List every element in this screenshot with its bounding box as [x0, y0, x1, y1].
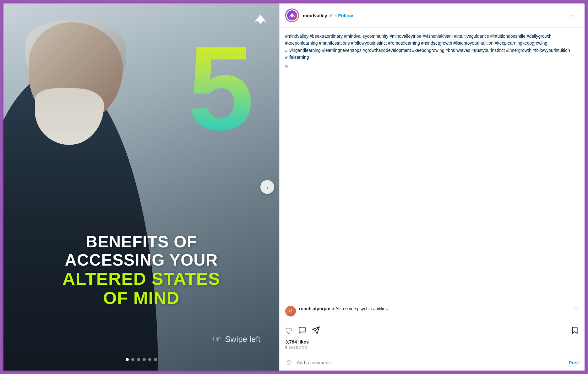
avatar — [285, 8, 299, 22]
dot-5[interactable] — [148, 358, 151, 361]
comment-like-icon[interactable]: ♡ — [574, 306, 579, 313]
emoji-button[interactable]: ☺ — [285, 358, 293, 367]
logo-wings-icon — [251, 13, 270, 25]
mindvalley-logo — [251, 13, 270, 25]
dot-2[interactable] — [131, 358, 134, 361]
caption-area: #mindvalley #beextraordinary #mindvalley… — [280, 28, 585, 302]
post-text: BENEFITS OF ACCESSING YOUR ALTERED STATE… — [3, 233, 279, 308]
timestamp: 5d — [285, 65, 579, 69]
actions-bar: ♡ 3,784 likes — [280, 323, 585, 354]
swipe-label: Swipe left — [225, 334, 260, 344]
post-line1: BENEFITS OF — [16, 233, 267, 251]
caption-text: #mindvalley #beextraordinary #mindvalley… — [285, 33, 579, 61]
post-line2: ACCESSING YOUR — [16, 251, 267, 269]
comment-icon — [298, 326, 306, 334]
likes-count: 3,784 likes — [285, 339, 579, 344]
dot-6[interactable] — [154, 358, 157, 361]
days-ago: 5 DAYS AGO — [285, 346, 579, 349]
comment-username: rohith.atpurpose — [299, 306, 334, 311]
post-line3a: ALTERED STATES — [16, 269, 267, 289]
verified-badge: ✔ — [329, 13, 333, 18]
dot-4[interactable] — [143, 358, 146, 361]
avatar-wings-icon — [288, 12, 296, 19]
comment-row: R rohith.atpurpose Also some psychic abi… — [285, 306, 579, 316]
next-button[interactable]: › — [260, 180, 274, 194]
dot-3[interactable] — [137, 358, 140, 361]
dot-1[interactable] — [126, 358, 129, 361]
comment-body: rohith.atpurpose Also some psychic abili… — [299, 306, 571, 311]
avatar-inner — [286, 9, 298, 21]
add-comment-row: ☺ Post — [280, 354, 585, 371]
post-container: 5 BENEFITS OF ACCESSING YOUR ALTERED STA… — [3, 3, 585, 371]
swipe-icon: ☞ — [212, 333, 222, 345]
action-icons: ♡ — [285, 326, 579, 337]
svg-marker-2 — [289, 13, 295, 18]
post-header: mindvalley ✔ · Follow ··· — [280, 3, 585, 28]
username: mindvalley — [303, 13, 327, 18]
comment-section: R rohith.atpurpose Also some psychic abi… — [280, 302, 585, 323]
follow-button[interactable]: Follow — [338, 13, 353, 18]
share-button[interactable] — [312, 326, 320, 337]
info-panel: mindvalley ✔ · Follow ··· #mindvalley #b… — [279, 3, 585, 371]
post-comment-button[interactable]: Post — [569, 360, 579, 365]
commenter-avatar: R — [285, 306, 296, 316]
comment-text-value: Also some psychic abilities — [335, 306, 388, 311]
like-button[interactable]: ♡ — [285, 327, 292, 336]
more-button[interactable]: ··· — [567, 11, 579, 20]
bookmark-button[interactable] — [571, 326, 579, 337]
comment-button[interactable] — [298, 326, 306, 337]
number-5: 5 — [188, 29, 254, 148]
swipe-left: ☞ Swipe left — [212, 333, 260, 345]
username-row: mindvalley ✔ · Follow — [303, 13, 563, 18]
image-panel: 5 BENEFITS OF ACCESSING YOUR ALTERED STA… — [3, 3, 279, 371]
share-icon — [312, 326, 320, 334]
carousel-dots — [126, 358, 157, 361]
hashtags: #mindvalley #beextraordinary #mindvalley… — [285, 34, 570, 60]
bookmark-icon — [571, 326, 579, 334]
post-line3b: OF MIND — [16, 288, 267, 308]
avatar-logo — [287, 10, 297, 20]
separator: · — [335, 13, 336, 18]
comment-input[interactable] — [297, 360, 565, 365]
